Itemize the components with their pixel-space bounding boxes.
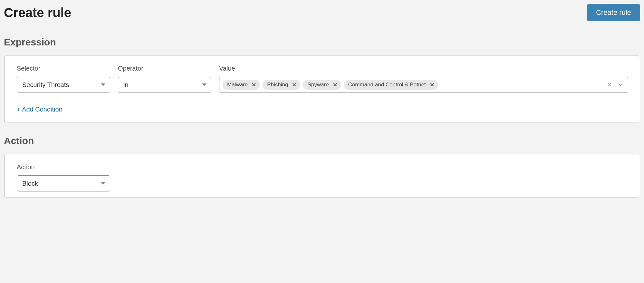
- clear-all-icon[interactable]: ✕: [607, 82, 612, 88]
- selector-label: Selector: [17, 65, 110, 72]
- action-field: Action Block: [17, 163, 110, 191]
- selector-field: Selector Security Threats: [17, 65, 110, 93]
- value-chip: Command and Control & Botnet ✕: [344, 80, 438, 90]
- expression-row: Selector Security Threats Operator in Va…: [17, 65, 628, 93]
- value-chip: Spyware ✕: [303, 80, 341, 90]
- create-rule-button[interactable]: Create rule: [587, 4, 640, 21]
- value-label: Value: [219, 65, 628, 72]
- chip-remove-icon[interactable]: ✕: [251, 82, 257, 88]
- value-chip: Malware ✕: [223, 80, 260, 90]
- action-section-title: Action: [4, 135, 640, 146]
- expression-card: Selector Security Threats Operator in Va…: [4, 55, 640, 122]
- chevron-down-icon: [101, 83, 105, 87]
- add-condition-button[interactable]: + Add Condition: [17, 106, 62, 113]
- chip-remove-icon[interactable]: ✕: [291, 82, 297, 88]
- page-title: Create rule: [4, 5, 71, 20]
- chevron-down-icon: [101, 181, 105, 186]
- value-chip: Phishing ✕: [263, 80, 300, 90]
- chip-label: Malware: [227, 82, 248, 88]
- selector-value: Security Threats: [22, 81, 69, 89]
- action-card: Action Block: [4, 154, 640, 198]
- action-select[interactable]: Block: [17, 175, 110, 191]
- expression-section-title: Expression: [4, 37, 640, 48]
- value-multiselect[interactable]: Malware ✕ Phishing ✕ Spyware ✕ Command a…: [219, 77, 628, 93]
- chevron-down-icon: [202, 83, 207, 87]
- chip-remove-icon[interactable]: ✕: [429, 82, 435, 88]
- operator-field: Operator in: [118, 65, 211, 93]
- chip-remove-icon[interactable]: ✕: [332, 82, 338, 88]
- chevron-down-icon[interactable]: [618, 83, 623, 87]
- operator-label: Operator: [118, 65, 211, 72]
- selector-select[interactable]: Security Threats: [17, 77, 110, 93]
- operator-value: in: [123, 81, 129, 89]
- action-label: Action: [17, 163, 110, 171]
- page-header: Create rule Create rule: [4, 4, 640, 21]
- operator-select[interactable]: in: [118, 77, 211, 93]
- chip-label: Phishing: [267, 82, 288, 88]
- chip-label: Spyware: [307, 82, 329, 88]
- value-field: Value Malware ✕ Phishing ✕ Spyware ✕ Com…: [219, 65, 628, 93]
- chip-label: Command and Control & Botnet: [348, 82, 426, 88]
- action-value: Block: [22, 180, 38, 187]
